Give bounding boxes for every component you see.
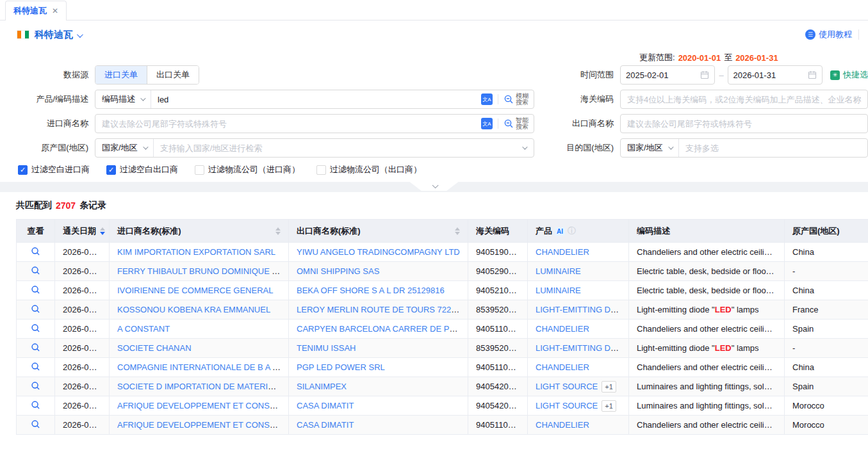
exporter-link[interactable]: TENIMU ISSAH	[297, 343, 356, 353]
exporter-link[interactable]: OMNI SHIPPING SAS	[297, 266, 379, 276]
importer-link[interactable]: COMPAGNIE INTERNATIONALE DE B A T E R	[117, 362, 289, 372]
product-search-box: 编码描述 文A 模糊搜索	[95, 90, 534, 109]
importer-link[interactable]: KOSSONOU KOBENA KRA EMMANUEL	[117, 305, 270, 314]
filter-checkbox[interactable]: ✓过滤空白进口商	[18, 164, 90, 175]
checkbox-unchecked-icon[interactable]	[316, 165, 326, 175]
origin-search-input[interactable]	[154, 143, 522, 153]
view-detail-magnifier-icon[interactable]	[31, 419, 40, 429]
sort-icon[interactable]	[275, 227, 281, 235]
view-detail-magnifier-icon[interactable]	[31, 304, 40, 314]
exporter-input[interactable]	[621, 119, 867, 129]
exporter-link[interactable]: LEROY MERLIN ROUTE DE TOURS 72230 M	[297, 305, 468, 314]
importer-cell: KOSSONOU KOBENA KRA EMMANUEL	[110, 300, 289, 320]
product-field-select[interactable]: 编码描述	[95, 90, 151, 108]
importer-link[interactable]: KIM IMPORTATION EXPORTATION SARL	[117, 247, 275, 257]
more-products-tag[interactable]: +1	[602, 381, 616, 393]
product-link[interactable]: CHANDELIER	[536, 324, 589, 334]
col-product: 产品AIⓘ	[528, 220, 629, 243]
country-chevron-down-icon[interactable]	[77, 30, 81, 40]
product-link[interactable]: LIGHT SOURCE	[536, 382, 598, 391]
info-icon[interactable]: ⓘ	[568, 226, 576, 236]
destination-country-select[interactable]: 国家/地区	[621, 139, 679, 157]
view-detail-magnifier-icon[interactable]	[31, 362, 40, 371]
importer-label: 进口商名称	[0, 118, 95, 129]
checkbox-label: 过滤物流公司（出口商）	[330, 164, 422, 175]
sort-icon[interactable]	[455, 227, 460, 235]
filter-checkbox[interactable]: 过滤物流公司（出口商）	[316, 164, 422, 175]
table-row: 2026-01-30 IVOIRIENNE DE COMMERCE GENERA…	[17, 281, 868, 300]
view-detail-magnifier-icon[interactable]	[31, 343, 40, 352]
translate-icon[interactable]: 文A	[481, 118, 493, 129]
end-date-picker[interactable]	[728, 65, 823, 85]
desc-text: Luminaires and lighting fittings, solel.…	[637, 382, 778, 391]
product-search-input[interactable]	[151, 95, 481, 104]
product-link[interactable]: LIGHT SOURCE	[536, 401, 598, 410]
export-declaration-segment[interactable]: 出口关单	[147, 66, 199, 84]
importer-link[interactable]: FERRY THIBAULT BRUNO DOMINIQUE THO...	[117, 266, 289, 276]
quick-select-button[interactable]: ✳ 快捷选	[830, 69, 868, 81]
view-detail-magnifier-icon[interactable]	[31, 285, 40, 295]
exporter-link[interactable]: CASA DIMATIT	[297, 420, 354, 430]
chevron-down-icon[interactable]	[522, 144, 527, 149]
origin-country-select[interactable]: 国家/地区	[95, 139, 154, 157]
sort-icon[interactable]	[100, 227, 105, 235]
importer-link[interactable]: A CONSTANT	[117, 324, 170, 334]
collapse-panel-button[interactable]	[410, 182, 459, 191]
col-date[interactable]: 通关日期	[55, 220, 110, 243]
start-date-input[interactable]	[626, 70, 696, 80]
destination-input[interactable]	[679, 143, 867, 153]
view-detail-magnifier-icon[interactable]	[31, 266, 40, 275]
exporter-link[interactable]: PGP LED POWER SRL	[297, 362, 385, 372]
importer-link[interactable]: SOCIETE CHANAN	[117, 343, 192, 353]
import-declaration-segment[interactable]: 进口关单	[95, 66, 147, 84]
view-cell	[17, 320, 55, 339]
exporter-link[interactable]: BEKA OFF SHORE S A L DR 25129816	[297, 286, 445, 295]
filter-checkbox[interactable]: ✓过滤空白出口商	[106, 164, 178, 175]
time-range-row: 时间范围 – ✳ 快捷选	[557, 65, 868, 85]
importer-link[interactable]: IVOIRIENNE DE COMMERCE GENERAL	[117, 286, 273, 295]
product-link[interactable]: CHANDELIER	[536, 247, 589, 257]
product-cell: LIGHT SOURCE+1	[528, 396, 629, 416]
exporter-link[interactable]: SILANIMPEX	[297, 382, 347, 391]
view-detail-magnifier-icon[interactable]	[31, 323, 40, 333]
importer-input[interactable]	[95, 119, 481, 129]
filter-panel: 更新范围: 2020-01-01 至 2026-01-31 数据源 进口关单 出…	[0, 49, 868, 182]
checkbox-unchecked-icon[interactable]	[195, 165, 204, 175]
col-exporter[interactable]: 出口商名称(标准)	[289, 220, 468, 243]
exporter-link[interactable]: CARPYEN BARCELONA CARRER DE PERE IV	[297, 324, 468, 334]
exporter-link[interactable]: CASA DIMATIT	[297, 401, 354, 410]
product-link[interactable]: LIGHT-EMITTING DIODE	[536, 305, 629, 314]
product-link[interactable]: CHANDELIER	[536, 420, 589, 430]
filter-checkbox[interactable]: 过滤物流公司（进口商）	[195, 164, 300, 175]
exporter-link[interactable]: YIWU ANGELO TRADINGCOMPAGNY LTD	[297, 247, 460, 257]
fuzzy-search-button[interactable]: 模糊搜索	[504, 93, 534, 106]
more-products-tag[interactable]: +1	[602, 400, 616, 412]
end-date-input[interactable]	[733, 70, 804, 80]
tab-cote-divoire[interactable]: 科特迪瓦 ✕	[5, 1, 67, 20]
col-importer[interactable]: 进口商名称(标准)	[110, 220, 289, 243]
desc-cell: Luminaires and lighting fittings, solel.…	[629, 396, 785, 416]
view-detail-magnifier-icon[interactable]	[31, 381, 40, 391]
product-cell: CHANDELIER	[528, 320, 629, 339]
product-label: 产品/编码描述	[0, 93, 95, 105]
chevron-down-icon	[432, 182, 439, 188]
product-link[interactable]: LUMINAIRE	[536, 266, 581, 276]
translate-icon[interactable]: 文A	[481, 93, 493, 105]
view-detail-magnifier-icon[interactable]	[31, 247, 40, 256]
hs-code-input[interactable]	[621, 95, 867, 104]
importer-link[interactable]: SOCIETE D IMPORTATION DE MATERIAUX E...	[117, 382, 289, 391]
view-detail-magnifier-icon[interactable]	[31, 400, 40, 410]
tutorial-button[interactable]: ☰ 使用教程	[805, 29, 852, 40]
product-link[interactable]: LIGHT-EMITTING DIODE	[536, 343, 629, 353]
smart-search-button[interactable]: 智能搜索	[504, 117, 534, 130]
tab-close-icon[interactable]: ✕	[52, 6, 58, 15]
checkbox-checked-icon[interactable]: ✓	[106, 165, 116, 175]
country-title[interactable]: 科特迪瓦	[35, 29, 73, 41]
importer-link[interactable]: AFRIQUE DEVELOPPEMENT ET CONSTRUCT...	[117, 401, 289, 410]
product-link[interactable]: CHANDELIER	[536, 362, 589, 372]
checkbox-checked-icon[interactable]: ✓	[18, 165, 28, 175]
product-link[interactable]: LUMINAIRE	[536, 286, 581, 295]
desc-highlight: LED	[715, 305, 732, 314]
start-date-picker[interactable]	[620, 65, 715, 85]
importer-link[interactable]: AFRIQUE DEVELOPPEMENT ET CONSTRUCT...	[117, 420, 289, 430]
